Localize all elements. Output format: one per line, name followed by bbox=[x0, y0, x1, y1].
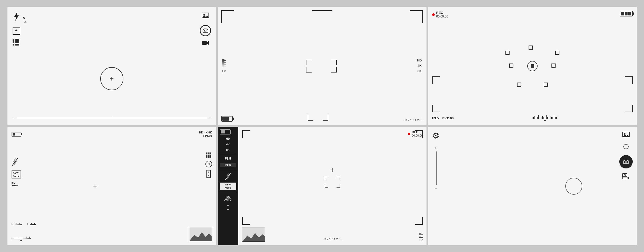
flash-a-label: A bbox=[23, 16, 25, 20]
p5-abw-badge: ABWAUTO bbox=[220, 183, 236, 190]
p5-8k-label: 8K bbox=[220, 148, 236, 151]
p5-corner-bl bbox=[242, 217, 250, 225]
center-focus-square bbox=[531, 64, 534, 68]
video-camera-icon[interactable] bbox=[202, 40, 209, 47]
battery-top-right bbox=[620, 11, 633, 16]
p3-corner-tr bbox=[625, 76, 633, 84]
l-label: L bbox=[27, 223, 29, 226]
photo-gallery-icon[interactable] bbox=[202, 12, 209, 21]
rec-time: 00:00:00 bbox=[436, 15, 448, 18]
svg-marker-0 bbox=[14, 12, 19, 21]
tick bbox=[537, 117, 538, 119]
p1-right-icons bbox=[200, 12, 211, 47]
tick bbox=[554, 115, 554, 119]
p4-grid-icon[interactable] bbox=[206, 152, 212, 158]
resolution-labels: HD 4K 8K bbox=[417, 58, 422, 74]
panel-2: LR HD 4K 8K bbox=[218, 7, 427, 125]
tick bbox=[551, 117, 552, 119]
p4-bottom: R L bbox=[12, 223, 212, 241]
battery-fill bbox=[222, 117, 229, 121]
flash-off-icon[interactable] bbox=[12, 158, 21, 167]
p4-top: HD 4K 8K FPS60 bbox=[12, 131, 212, 138]
p1-center-crosshair: + bbox=[13, 47, 211, 111]
bot-corner-bl bbox=[308, 115, 313, 121]
svg-point-4 bbox=[204, 30, 206, 32]
tick bbox=[558, 116, 558, 119]
p6-gallery-icon[interactable] bbox=[622, 131, 630, 139]
svg-point-21 bbox=[624, 174, 625, 176]
crosshair-plus: + bbox=[110, 75, 114, 82]
p5-raw-badge: RAW bbox=[220, 163, 236, 167]
focus-pt-1 bbox=[505, 51, 510, 55]
exp-center-tick bbox=[112, 117, 112, 119]
p6-right-icons bbox=[619, 131, 633, 241]
tick bbox=[540, 117, 540, 119]
p6-slider-v[interactable] bbox=[436, 151, 437, 185]
l-scale bbox=[30, 223, 36, 225]
p5-bat-fill bbox=[221, 130, 225, 133]
r-label: R bbox=[12, 223, 13, 226]
p5-divider-3 bbox=[220, 193, 236, 193]
panel-6: ⚙ + − bbox=[428, 127, 637, 245]
camera-icon[interactable] bbox=[200, 25, 211, 36]
ruler-marks bbox=[532, 115, 558, 119]
p4-bottom-row bbox=[12, 227, 212, 241]
inner-corner-tl bbox=[306, 60, 312, 65]
tick bbox=[546, 115, 547, 119]
p5fb-bl bbox=[325, 184, 328, 188]
p4-thumbnail bbox=[189, 227, 212, 241]
tick bbox=[533, 117, 534, 119]
p5fb-tr bbox=[337, 177, 340, 180]
p5-sidebar: HD 4K 8K F3.5 RAW ABWAUTO ISOAUTO +− bbox=[218, 127, 238, 245]
p3-corner-bl bbox=[432, 105, 440, 112]
flash-auto-icon[interactable]: A bbox=[13, 12, 25, 23]
grid-icon[interactable] bbox=[13, 39, 19, 46]
svg-marker-18 bbox=[625, 143, 627, 145]
focus-circle: + bbox=[100, 67, 123, 90]
rec-label: REC bbox=[436, 11, 448, 15]
p5-bat-cap bbox=[230, 131, 231, 133]
p5-center-cross: + bbox=[330, 166, 335, 174]
p5-flash-off[interactable] bbox=[220, 173, 236, 180]
p6-refresh-icon[interactable] bbox=[623, 143, 629, 151]
p4-left-icons: ABW AUTO ISO AUTO bbox=[12, 158, 21, 187]
tick bbox=[552, 117, 553, 119]
p2-expo-scale: −3.2.1.0.1.2.3+ bbox=[404, 119, 423, 122]
exposure-bar: − + bbox=[13, 116, 211, 120]
p6-camera-video-icon[interactable] bbox=[622, 173, 630, 180]
gear-icon[interactable]: ⚙ bbox=[432, 131, 523, 141]
bat-seg-2 bbox=[625, 12, 628, 15]
p3-corner-tl bbox=[432, 76, 440, 84]
p4-bat-fill bbox=[13, 133, 15, 136]
p5-main: REC 00:00:00 + bbox=[238, 127, 427, 245]
tick bbox=[547, 117, 548, 119]
p6-shutter-button[interactable] bbox=[619, 155, 633, 168]
tick bbox=[532, 117, 532, 119]
aperture-value: F3.5 bbox=[432, 116, 439, 120]
inner-corner-br bbox=[331, 67, 337, 73]
ruler-triangle bbox=[544, 119, 546, 121]
focus-pt-3 bbox=[555, 51, 559, 55]
p4-bat-cap bbox=[21, 133, 22, 135]
exp-line bbox=[17, 118, 207, 118]
svg-point-19 bbox=[625, 161, 627, 163]
svg-rect-22 bbox=[622, 177, 627, 179]
p6-focus-indicator bbox=[564, 176, 584, 196]
p5-corner-br bbox=[415, 217, 423, 225]
svg-rect-20 bbox=[622, 174, 627, 177]
exp-minus: − bbox=[13, 116, 15, 120]
p2-row3: −3.2.1.0.1.2.3+ bbox=[221, 90, 423, 122]
p5-corner-tl bbox=[242, 130, 250, 138]
svg-marker-6 bbox=[207, 41, 209, 45]
exposure-icon[interactable]: ± bbox=[13, 27, 20, 35]
p5-hd-label: HD bbox=[220, 137, 236, 140]
p5-aperture: F3.5 bbox=[220, 157, 236, 160]
iso-value: ISO100 bbox=[442, 116, 454, 120]
battery-cap bbox=[233, 118, 234, 120]
main-grid: A ± bbox=[6, 5, 638, 247]
corner-tl bbox=[221, 10, 234, 23]
tick bbox=[536, 117, 536, 119]
p4-ruler-marks bbox=[12, 237, 31, 239]
abw-badge: ABW AUTO bbox=[12, 170, 21, 178]
tick bbox=[555, 117, 556, 119]
